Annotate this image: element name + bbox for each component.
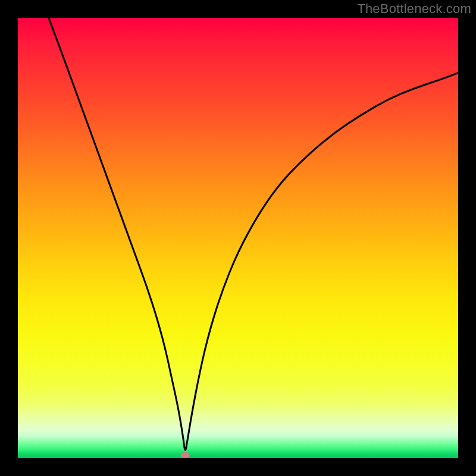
chart-container: TheBottleneck.com (0, 0, 476, 476)
watermark-text: TheBottleneck.com (357, 1, 471, 17)
plot-area (18, 18, 458, 458)
minimum-marker (181, 452, 190, 458)
curve-svg (18, 18, 458, 458)
bottleneck-curve (49, 18, 458, 450)
